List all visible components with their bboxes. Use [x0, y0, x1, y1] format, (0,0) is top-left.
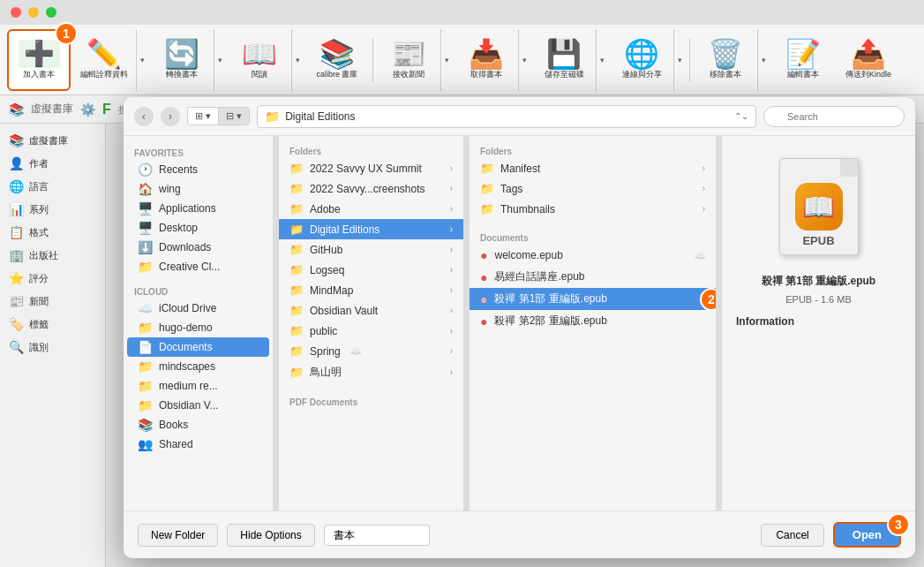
- cancel-button[interactable]: Cancel: [761, 524, 823, 547]
- location-bar[interactable]: 📁 Digital Editions ⌃⌄: [257, 105, 756, 128]
- sidebar-item-label: 識別: [29, 341, 49, 354]
- toolbar-divider-2: [689, 38, 690, 82]
- remove-book-icon: 🗑️: [708, 40, 743, 68]
- convert-book-label: 轉換書本: [166, 70, 198, 79]
- edit-metadata-dropdown[interactable]: ▾: [136, 29, 148, 91]
- icloud-drive-icon: ☁️: [138, 301, 153, 315]
- right-folder-manifest[interactable]: 📁 Manifest ›: [470, 158, 716, 178]
- nav-back-button[interactable]: ‹: [134, 107, 154, 126]
- location-dropdown-icon[interactable]: ⌃⌄: [734, 111, 748, 121]
- connect-share-dropdown[interactable]: ▾: [673, 29, 686, 91]
- send-to-kindle-icon: 📤: [851, 40, 886, 68]
- calibre-library-button[interactable]: 📚 calibre 書庫: [305, 29, 369, 91]
- sidebar-item-tags[interactable]: 🏷️ 標籤: [0, 313, 105, 336]
- fav-item-creative-cloud[interactable]: 📁 Creative Cl...: [127, 257, 269, 276]
- sidebar-item-ratings[interactable]: ⭐ 評分: [0, 267, 105, 290]
- folder-item-obsidian-vault[interactable]: 📁 Obsidian Vault ›: [279, 300, 463, 321]
- save-to-disk-button[interactable]: 💾 儲存至磁碟: [532, 29, 596, 91]
- file-item-yijing[interactable]: ● 易經白話講座.epub: [470, 266, 716, 288]
- folder-item-spring[interactable]: 📁 Spring ☁️ ›: [279, 341, 463, 361]
- fetch-book-dropdown[interactable]: ▾: [518, 29, 530, 91]
- chevron-right-icon: ›: [450, 326, 453, 336]
- folder-item-mindmap[interactable]: 📁 MindMap ›: [279, 280, 463, 300]
- folder-item-wushan[interactable]: 📁 鳥山明 ›: [279, 361, 463, 383]
- fav-item-obsidian-v[interactable]: 📁 Obsidian V...: [127, 396, 269, 415]
- chevron-right-icon: ›: [450, 367, 453, 377]
- favorites-title: Favorites: [124, 145, 273, 160]
- close-button[interactable]: [11, 7, 21, 18]
- right-folder-thumbnails[interactable]: 📁 Thumbnails ›: [470, 199, 716, 219]
- cloud-sync-icon: ☁️: [350, 346, 361, 356]
- preview-panel: 📖 EPUB 殺禪 第1部 重編版.epub EPUB - 1.6 MB Inf…: [721, 136, 915, 510]
- remove-book-dropdown[interactable]: ▾: [757, 29, 770, 91]
- send-to-kindle-button[interactable]: 📤 傳送到Kindle: [837, 29, 900, 91]
- folder-item-2022-savvy-screenshots[interactable]: 📁 2022 Savvy...creenshots ›: [279, 178, 463, 199]
- nav-forward-button[interactable]: ›: [161, 107, 180, 126]
- fav-item-icloud-drive[interactable]: ☁️ iCloud Drive: [127, 299, 269, 318]
- file-item-sha-shen-2[interactable]: ● 殺禪 第2部 重編版.epub: [470, 310, 716, 332]
- folder-label: public: [310, 325, 337, 337]
- remove-book-button[interactable]: 🗑️ 移除書本: [694, 29, 757, 91]
- sidebar-item-news[interactable]: 📰 新聞: [0, 290, 105, 313]
- read-book-button[interactable]: 📖 閱讀: [228, 29, 291, 91]
- right-folder-tags[interactable]: 📁 Tags ›: [470, 178, 716, 199]
- folder-item-digital-editions[interactable]: 📁 Digital Editions ›: [279, 219, 463, 239]
- edit-book-button[interactable]: 📝 編輯書本: [771, 29, 835, 91]
- sidebar-item-virtual-library[interactable]: 📚 虛擬書庫: [0, 129, 105, 152]
- fav-item-documents[interactable]: 📄 Documents: [127, 337, 269, 357]
- file-format-select[interactable]: 書本: [324, 525, 430, 546]
- new-folder-button[interactable]: New Folder: [138, 524, 218, 547]
- obsidian-v-icon: 📁: [138, 398, 153, 412]
- folder-item-2022-savvy-summit[interactable]: 📁 2022 Savvy UX Summit ›: [279, 158, 463, 178]
- fav-item-shared[interactable]: 👥 Shared: [127, 435, 269, 454]
- save-to-disk-dropdown[interactable]: ▾: [596, 29, 608, 91]
- fav-item-books[interactable]: 📚 Books: [127, 415, 269, 435]
- list-view-button[interactable]: ⊞ ▾: [188, 108, 219, 125]
- file-item-welcome[interactable]: ● welcome.epub ☁️: [470, 245, 716, 266]
- fetch-book-button[interactable]: 📥 取得書本: [454, 29, 518, 91]
- folder-item-logseq[interactable]: 📁 Logseq ›: [279, 260, 463, 280]
- folder-item-public[interactable]: 📁 public ›: [279, 321, 463, 341]
- sidebar-item-formats[interactable]: 📋 格式: [0, 221, 105, 244]
- folder-label: Spring: [310, 345, 341, 358]
- fav-item-recents[interactable]: 🕐 Recents: [127, 160, 269, 179]
- folder-item-adobe[interactable]: 📁 Adobe ›: [279, 199, 463, 219]
- get-news-dropdown[interactable]: ▾: [440, 29, 453, 91]
- fav-item-desktop[interactable]: 🖥️ Desktop: [127, 218, 269, 238]
- read-book-dropdown[interactable]: ▾: [291, 29, 304, 91]
- preview-meta: EPUB - 1.6 MB: [785, 294, 852, 305]
- edit-metadata-button[interactable]: ✏️ 編輯詮釋資料: [72, 29, 136, 91]
- font-icon: F: [102, 102, 111, 117]
- view-mode-buttons: ⊞ ▾ ⊟ ▾: [187, 107, 250, 125]
- minimize-button[interactable]: [28, 7, 39, 18]
- sidebar-item-identifiers[interactable]: 🔍 識別: [0, 336, 105, 359]
- fav-item-mindscapes[interactable]: 📁 mindscapes: [127, 357, 269, 376]
- folder-item-github[interactable]: 📁 GitHub ›: [279, 239, 463, 260]
- fav-item-downloads[interactable]: ⬇️ Downloads: [127, 238, 269, 257]
- connect-share-button[interactable]: 🌐 連線與分享: [610, 29, 673, 91]
- folder-icon: 📁: [289, 263, 304, 276]
- sidebar-item-publishers[interactable]: 🏢 出版社: [0, 244, 105, 267]
- convert-book-dropdown[interactable]: ▾: [214, 29, 226, 91]
- grid-view-button[interactable]: ⊟ ▾: [219, 108, 249, 125]
- dialog-search-input[interactable]: [763, 106, 905, 127]
- fav-item-applications[interactable]: 🖥️ Applications: [127, 199, 269, 218]
- folder-icon: 📁: [480, 182, 494, 195]
- left-folders-title: Folders: [279, 141, 463, 158]
- maximize-button[interactable]: [46, 7, 56, 18]
- sidebar-item-languages[interactable]: 🌐 語言: [0, 175, 105, 198]
- fav-item-wing[interactable]: 🏠 wing: [127, 179, 269, 199]
- formats-icon: 📋: [9, 225, 24, 239]
- sidebar-item-series[interactable]: 📊 系列: [0, 198, 105, 221]
- hide-options-button[interactable]: Hide Options: [227, 524, 314, 547]
- epub-logo: 📖: [795, 183, 843, 231]
- settings-icon[interactable]: ⚙️: [80, 102, 95, 117]
- fav-item-medium-re[interactable]: 📁 medium re...: [127, 376, 269, 396]
- convert-book-button[interactable]: 🔄 轉換書本: [150, 29, 214, 91]
- sidebar-item-authors[interactable]: 👤 作者: [0, 152, 105, 175]
- wing-icon: 🏠: [138, 182, 153, 196]
- file-item-sha-shen-1[interactable]: ● 殺禪 第1部 重編版.epub: [470, 288, 716, 310]
- fav-item-hugo-demo[interactable]: 📁 hugo-demo: [127, 318, 269, 337]
- get-news-button[interactable]: 📰 接收新聞: [377, 29, 440, 91]
- fav-item-label: mindscapes: [159, 360, 215, 373]
